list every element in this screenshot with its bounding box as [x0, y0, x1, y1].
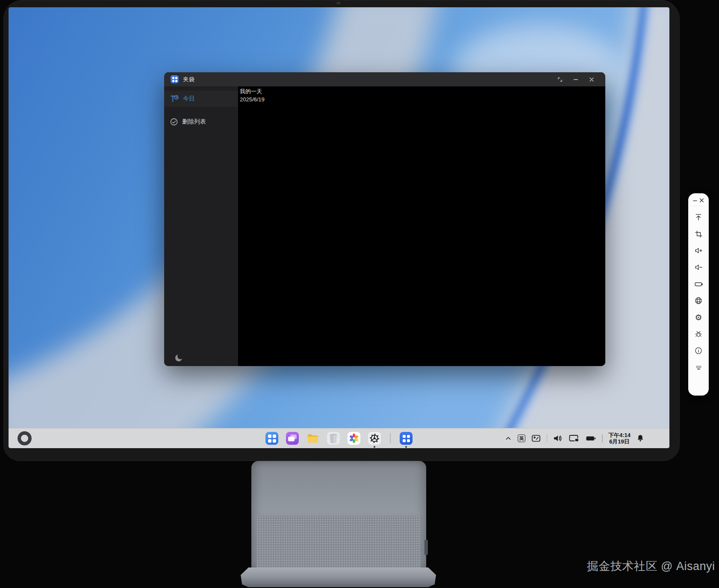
browser-button[interactable]	[691, 294, 706, 307]
minimize-icon	[692, 198, 698, 203]
dock-separator	[390, 433, 391, 443]
sidebar-item-today[interactable]: 今日	[164, 91, 238, 107]
chevron-up-icon	[504, 434, 512, 442]
minimize-button[interactable]	[573, 77, 579, 83]
window-titlebar[interactable]: 夹袋	[164, 72, 605, 86]
dock-app-launcher[interactable]	[265, 432, 278, 445]
dock-app-files[interactable]	[306, 432, 319, 445]
system-tray: 英	[504, 432, 645, 445]
crop-icon	[695, 230, 703, 238]
volume-button[interactable]	[553, 433, 563, 443]
clock-time: 下午4:14	[608, 432, 631, 438]
clock-date: 6月19日	[608, 438, 631, 445]
window-controls	[557, 77, 595, 83]
running-indicator	[374, 446, 375, 448]
notification-button[interactable]	[636, 434, 645, 443]
window-sidebar: 今日 删除列表	[164, 86, 238, 366]
crop-button[interactable]	[691, 228, 706, 240]
stage: 夹袋	[0, 0, 719, 588]
input-method-icon	[531, 433, 541, 443]
tray-separator	[547, 434, 548, 443]
volume-down-icon	[694, 263, 703, 272]
volume-down-button[interactable]	[691, 261, 706, 274]
cast-display-button[interactable]	[569, 433, 580, 443]
battery-outline-icon	[694, 280, 703, 289]
monitor: 夹袋	[3, 0, 680, 461]
taskbar: 英	[9, 428, 669, 448]
upload-button[interactable]	[691, 211, 706, 224]
multitask-purple-icon	[288, 434, 297, 442]
keyboard-icon	[694, 363, 703, 372]
moon-icon[interactable]	[175, 355, 182, 361]
battery-icon	[585, 433, 596, 443]
gallery-icon	[349, 433, 359, 443]
debug-button[interactable]	[691, 328, 706, 340]
dock	[262, 432, 416, 445]
tray-clock[interactable]: 下午4:14 6月19日	[608, 432, 631, 445]
toolbar-close-button[interactable]	[699, 198, 704, 203]
tray-separator	[602, 434, 603, 443]
volume-up-button[interactable]	[691, 244, 706, 257]
dock-app-gallery[interactable]	[348, 432, 360, 445]
bell-icon	[636, 434, 645, 443]
content-date: 2025/6/19	[240, 96, 605, 103]
sidebar-item-label: 删除列表	[182, 118, 206, 126]
app-grid-blue-icon	[268, 434, 276, 443]
today-icon	[170, 94, 179, 103]
battery-button[interactable]	[585, 433, 596, 443]
input-language-indicator[interactable]: 英	[518, 434, 525, 442]
content-title: 我的一天	[240, 88, 605, 95]
toolbar-window-controls	[688, 197, 709, 205]
window-content: 我的一天 2025/6/19	[238, 86, 605, 366]
dock-app-trash[interactable]	[327, 432, 340, 445]
running-indicator	[405, 446, 407, 448]
monitor-stand-base	[241, 567, 436, 587]
close-button[interactable]	[589, 77, 595, 83]
speaker-grille	[256, 515, 421, 567]
pocket-app-icon	[171, 75, 179, 83]
bug-icon	[694, 330, 703, 338]
info-icon	[694, 346, 703, 355]
stand-port	[424, 540, 428, 555]
pocket-grid-icon	[403, 435, 410, 442]
watermark: 掘金技术社区 @ Aisanyi	[587, 558, 715, 574]
cast-display-icon	[569, 433, 580, 443]
dock-app-pocket[interactable]	[400, 432, 413, 445]
pocket-window: 夹袋	[164, 72, 605, 366]
window-body: 今日 删除列表 我的一天 2025/6/19	[164, 86, 605, 366]
monitor-stand	[251, 461, 426, 569]
dock-app-multitask[interactable]	[286, 432, 299, 445]
files-folder-icon	[306, 432, 319, 445]
upload-icon	[694, 213, 703, 222]
battery-button[interactable]	[691, 278, 706, 290]
restore-icon	[557, 77, 563, 82]
window-title: 夹袋	[183, 76, 194, 83]
trash-icon	[329, 433, 338, 443]
screen: 夹袋	[9, 7, 669, 448]
minimize-icon	[573, 77, 578, 82]
input-method-button[interactable]	[531, 433, 541, 443]
toolbar-divider	[692, 206, 705, 206]
tray-expand-button[interactable]	[504, 434, 512, 442]
gear-icon: ⚙	[695, 313, 702, 322]
remote-toolbar: ⚙	[688, 193, 709, 396]
settings-wheel-icon	[369, 433, 380, 443]
close-icon	[589, 77, 594, 82]
start-button[interactable]	[18, 431, 32, 446]
volume-up-icon	[694, 246, 703, 255]
dock-app-settings[interactable]	[368, 432, 381, 445]
speaker-icon	[553, 433, 563, 443]
check-circle-icon	[170, 118, 178, 126]
settings-button[interactable]: ⚙	[691, 311, 706, 324]
camera-dot	[336, 2, 341, 4]
toolbar-minimize-button[interactable]	[692, 198, 698, 203]
globe-icon	[694, 296, 703, 305]
sidebar-item-label: 今日	[183, 95, 195, 103]
close-icon	[699, 198, 704, 203]
restore-button[interactable]	[557, 77, 563, 83]
keyboard-button[interactable]	[691, 361, 706, 374]
sidebar-item-deleted-list[interactable]: 删除列表	[164, 114, 238, 130]
info-button[interactable]	[691, 344, 706, 357]
